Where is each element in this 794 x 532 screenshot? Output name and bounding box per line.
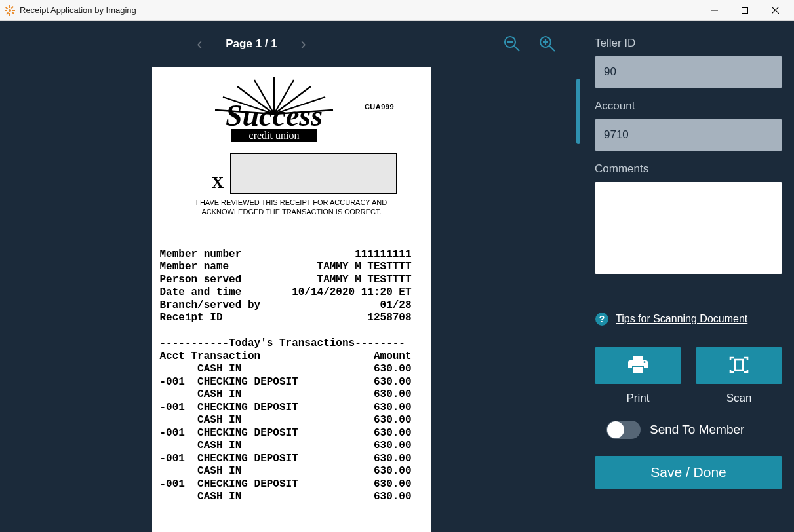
signature-box <box>230 153 396 194</box>
viewer-toolbar: ‹ Page 1 / 1 › <box>0 21 583 67</box>
window-controls <box>700 0 790 21</box>
tips-link[interactable]: Tips for Scanning Document <box>616 313 747 325</box>
svg-line-12 <box>772 7 779 14</box>
svg-text:credit union: credit union <box>248 130 299 141</box>
send-to-member-toggle[interactable] <box>606 421 641 439</box>
send-to-member-label: Send To Member <box>650 423 744 437</box>
viewer-scroll[interactable]: Success credit union CUA999 X I HAVE REV… <box>0 67 583 532</box>
svg-rect-8 <box>6 12 9 14</box>
account-label: Account <box>595 100 782 113</box>
scan-label: Scan <box>726 392 752 405</box>
print-label: Print <box>627 392 650 405</box>
svg-line-17 <box>549 46 555 51</box>
scan-button[interactable] <box>696 347 782 384</box>
titlebar: Receipt Application by Imaging <box>0 0 794 21</box>
svg-text:?: ? <box>599 314 605 324</box>
scan-icon <box>729 356 749 375</box>
svg-line-11 <box>772 7 779 14</box>
maximize-button[interactable] <box>730 0 760 21</box>
acknowledgement-text: I HAVE REVIEWED THIS RECEIPT FOR ACCURAC… <box>187 198 397 217</box>
next-page-button[interactable]: › <box>294 31 313 57</box>
svg-rect-4 <box>12 10 15 11</box>
svg-rect-6 <box>12 11 14 14</box>
svg-rect-2 <box>9 13 10 16</box>
printer-icon <box>628 356 648 375</box>
comments-label: Comments <box>595 162 782 176</box>
svg-rect-7 <box>11 6 14 9</box>
teller-id-field[interactable] <box>595 56 782 88</box>
help-icon: ? <box>595 312 609 326</box>
comments-input[interactable] <box>595 182 782 274</box>
side-panel: Teller ID Account Comments ? Tips for Sc… <box>583 21 794 532</box>
zoom-out-button[interactable] <box>503 35 521 53</box>
account-field[interactable] <box>595 119 782 151</box>
scrollbar-thumb[interactable] <box>576 79 580 144</box>
svg-point-0 <box>9 9 11 12</box>
svg-rect-3 <box>5 10 7 11</box>
save-done-button[interactable]: Save / Done <box>595 456 782 489</box>
svg-line-14 <box>514 46 519 51</box>
receipt-page: Success credit union CUA999 X I HAVE REV… <box>152 67 431 532</box>
pager: ‹ Page 1 / 1 › <box>0 31 503 57</box>
svg-rect-10 <box>742 7 748 13</box>
ack-line-2: ACKNOWLEDGED THE TRANSACTION IS CORRECT. <box>187 207 397 216</box>
teller-id-label: Teller ID <box>595 37 782 50</box>
print-button[interactable] <box>595 347 681 384</box>
svg-rect-1 <box>9 5 10 8</box>
svg-rect-5 <box>5 7 8 9</box>
document-viewer: ‹ Page 1 / 1 › <box>0 21 583 532</box>
close-button[interactable] <box>760 0 790 21</box>
window-title: Receipt Application by Imaging <box>20 5 700 15</box>
svg-rect-34 <box>735 360 743 370</box>
signature-x: X <box>187 173 227 194</box>
zoom-in-button[interactable] <box>538 35 557 53</box>
minimize-button[interactable] <box>700 0 730 21</box>
receipt-body: Member number 111111111 Member name TAMM… <box>160 248 424 504</box>
svg-text:Success: Success <box>226 99 323 132</box>
success-cu-logo: Success credit union <box>189 73 359 148</box>
prev-page-button[interactable]: ‹ <box>190 31 208 57</box>
app-icon <box>4 5 16 16</box>
page-indicator: Page 1 / 1 <box>226 37 277 50</box>
ack-line-1: I HAVE REVIEWED THIS RECEIPT FOR ACCURAC… <box>187 198 397 207</box>
cua-code: CUA999 <box>365 103 394 111</box>
